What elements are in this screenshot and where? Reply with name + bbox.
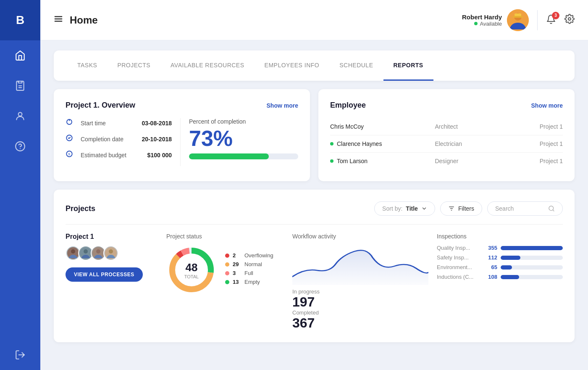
inspection-bar-3 <box>501 265 512 270</box>
sidebar-item-home[interactable] <box>0 40 40 71</box>
project-status-section: Project status <box>166 233 284 295</box>
legend-empty: 13 Empty <box>225 279 273 285</box>
inspection-row-3: Environment... 65 <box>437 264 563 270</box>
sidebar: B <box>0 0 40 370</box>
user-status: Available <box>462 21 502 27</box>
projects-title: Projects <box>66 204 374 213</box>
inspection-bar-4 <box>501 275 519 279</box>
workflow-chart <box>292 243 428 285</box>
start-time-label: Start time <box>81 120 136 127</box>
projects-card: Projects Sort by: Title Filters Search <box>54 190 575 342</box>
legend-overflowing: 2 Overflowing <box>225 252 273 259</box>
donut-label: TOTAL <box>184 274 199 279</box>
search-placeholder: Search <box>495 205 514 212</box>
progress-bar <box>189 153 298 159</box>
employee-project-2: Project 1 <box>540 140 563 147</box>
main-content: Home Robert Hardy Available <box>40 0 588 370</box>
sidebar-item-logout[interactable] <box>0 340 40 370</box>
notification-badge: 3 <box>552 12 559 19</box>
power-icon <box>66 118 76 128</box>
employee-show-more[interactable]: Show more <box>531 102 563 109</box>
workflow-section: Workflow activity <box>292 233 428 330</box>
employee-name-3: Tom Larson <box>330 158 435 164</box>
overview-show-more[interactable]: Show more <box>267 102 298 109</box>
project-1-row: Project 1 <box>66 233 563 330</box>
donut-row: 48 TOTAL 2 Overflowing <box>166 245 284 295</box>
tab-available-resources[interactable]: AVAILABLE RESOURCES <box>160 50 254 81</box>
inspection-label-1: Quality Insp... <box>437 245 479 251</box>
card-header: Project 1. Overview Show more <box>66 101 298 110</box>
completion-section: Percent of completion 73% <box>180 118 298 166</box>
filter-button[interactable]: Filters <box>440 201 482 216</box>
employee-row-2: Clarence Haynes Electrician Project 1 <box>330 135 563 153</box>
employee-role-1: Architect <box>435 123 539 130</box>
inspection-bar-bg-2 <box>501 256 563 260</box>
budget-row: $ Estimated budget $100 000 <box>66 150 172 160</box>
full-dot <box>225 271 229 275</box>
inspection-bar-1 <box>501 246 563 250</box>
notification-bell[interactable]: 3 <box>546 14 556 26</box>
completed-value: 367 <box>292 316 428 330</box>
overview-content: Start time 03-08-2018 Completion date 20… <box>66 118 298 166</box>
inspection-value-3: 65 <box>482 264 497 270</box>
status-legend: 2 Overflowing 29 Normal 3 <box>225 252 273 288</box>
tab-employees-info[interactable]: EMPLOYEES INFO <box>255 50 330 81</box>
sidebar-item-help[interactable] <box>0 131 40 161</box>
budget-label: Estimated budget <box>81 152 142 159</box>
page-content: TASKS PROJECTS AVAILABLE RESOURCES EMPLO… <box>40 40 588 370</box>
svg-rect-13 <box>513 16 523 18</box>
status-dot <box>474 22 478 25</box>
inspections-section: Inspections Quality Insp... 355 Safety I… <box>437 233 563 283</box>
sidebar-item-tasks[interactable] <box>0 71 40 101</box>
legend-full: 3 Full <box>225 270 273 276</box>
employee-role-2: Electrician <box>435 140 539 147</box>
project-1-name: Project 1 <box>66 233 158 240</box>
projects-controls: Sort by: Title Filters Search <box>374 201 563 216</box>
user-name: Robert Hardy <box>462 13 502 21</box>
project-overview-card: Project 1. Overview Show more Start time… <box>54 89 310 181</box>
completion-date-value: 20-10-2018 <box>142 136 172 143</box>
tab-tasks[interactable]: TASKS <box>67 50 107 81</box>
workflow-stats: In progress 197 Completed 367 <box>292 288 428 330</box>
donut-center: 48 TOTAL <box>184 261 199 279</box>
employee-project-1: Project 1 <box>540 123 563 130</box>
inspections-title: Inspections <box>437 233 563 240</box>
status-text: Available <box>480 21 502 27</box>
completed-label: Completed <box>292 309 428 316</box>
sort-label: Sort by: <box>382 205 402 212</box>
user-details: Robert Hardy Available <box>462 13 502 27</box>
search-button[interactable]: Search <box>487 201 563 216</box>
completion-label: Percent of completion <box>189 118 298 125</box>
project-1-avatars <box>66 246 158 261</box>
topbar: Home Robert Hardy Available <box>40 0 588 40</box>
svg-point-32 <box>109 249 113 254</box>
full-count: 3 <box>233 270 241 276</box>
app-logo[interactable]: B <box>0 0 40 40</box>
view-all-processes-button[interactable]: VIEW ALL PROCESSES <box>66 267 143 282</box>
tab-reports[interactable]: REPORTS <box>383 50 433 81</box>
legend-normal: 29 Normal <box>225 261 273 267</box>
overflowing-label: Overflowing <box>244 252 273 259</box>
inspection-row-1: Quality Insp... 355 <box>437 245 563 251</box>
project-status-title: Project status <box>166 233 284 240</box>
donut-chart: 48 TOTAL <box>166 245 217 295</box>
overflowing-dot <box>225 254 229 258</box>
normal-dot <box>225 262 229 267</box>
projects-header: Projects Sort by: Title Filters Search <box>66 201 563 216</box>
budget-icon: $ <box>66 150 76 160</box>
tab-schedule[interactable]: SCHEDULE <box>329 50 383 81</box>
empty-label: Empty <box>244 279 260 285</box>
inspection-row-4: Inductions (C... 108 <box>437 274 563 280</box>
inspection-row-2: Safety Insp... 112 <box>437 254 563 261</box>
normal-label: Normal <box>244 261 262 267</box>
sidebar-item-users[interactable] <box>0 101 40 131</box>
start-time-value: 03-08-2018 <box>142 120 172 127</box>
menu-icon[interactable] <box>54 14 63 26</box>
inspection-value-1: 355 <box>482 245 497 251</box>
settings-icon[interactable] <box>564 14 575 26</box>
tab-projects[interactable]: PROJECTS <box>107 50 160 81</box>
sort-button[interactable]: Sort by: Title <box>374 201 435 216</box>
completion-date-row: Completion date 20-10-2018 <box>66 134 172 144</box>
svg-point-3 <box>18 112 22 116</box>
budget-value: $100 000 <box>147 152 172 159</box>
